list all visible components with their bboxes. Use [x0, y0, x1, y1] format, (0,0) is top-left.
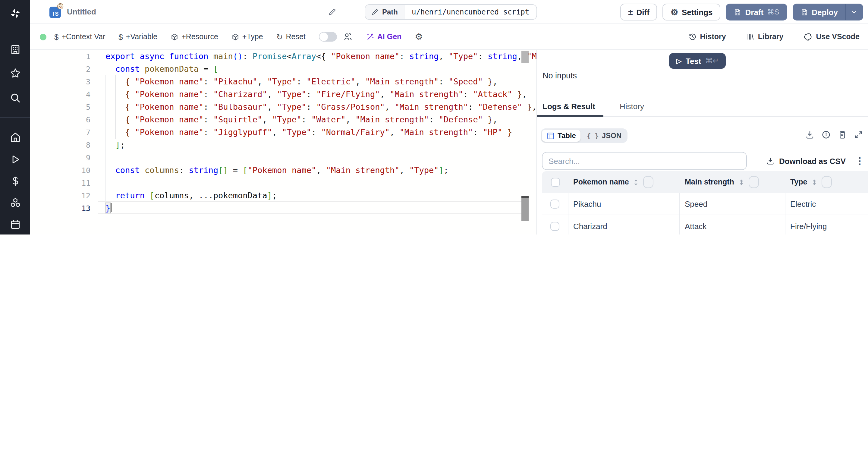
- code-line-1[interactable]: 1export async function main(): Promise<A…: [30, 50, 536, 63]
- sidebar-item-home[interactable]: [8, 130, 22, 144]
- download-as-csv-button[interactable]: Download as CSV: [767, 156, 846, 165]
- sidebar-item-resources[interactable]: [8, 195, 22, 210]
- add-resource-button[interactable]: +Resource: [170, 33, 218, 41]
- topbar: TS Untitled Path u/henri/unencum: [30, 0, 868, 24]
- copy-to-clipboard-icon[interactable]: [838, 130, 847, 139]
- code-editor[interactable]: 1export async function main(): Promise<A…: [30, 50, 536, 234]
- favorites-icon: [9, 67, 21, 79]
- expand-fullscreen-icon[interactable]: [854, 130, 863, 139]
- package-icon: [231, 33, 239, 41]
- use-vscode-button[interactable]: Use VScode: [804, 32, 860, 41]
- row-checkbox[interactable]: [550, 199, 559, 208]
- sidebar-item-windmill-logo[interactable]: [8, 6, 22, 21]
- test-button[interactable]: ▷ Test ⌘↵: [669, 53, 726, 69]
- code-line-3[interactable]: 3 { "Pokemon name": "Pikachu", "Type": "…: [30, 75, 536, 88]
- code-line-8[interactable]: 8 ];: [30, 139, 536, 151]
- sidebar-item-schedules[interactable]: [8, 217, 22, 231]
- page-title: Untitled: [67, 7, 96, 16]
- code-line-4[interactable]: 4 { "Pokemon name": "Charizard", "Type":…: [30, 88, 536, 101]
- code-text: { "Pokemon name": "Squirtle", "Type": "W…: [105, 113, 498, 126]
- reset-button[interactable]: ↻ Reset: [276, 32, 306, 41]
- variables-icon: [9, 175, 21, 187]
- table-row[interactable]: CharizardAttackFire/Flying: [542, 215, 868, 234]
- ai-gen-button[interactable]: AI Gen: [366, 33, 402, 41]
- windmill-logo-icon: [9, 7, 21, 19]
- code-line-2[interactable]: 2 const pokemonData = [: [30, 63, 536, 75]
- view-table-chip[interactable]: Table: [542, 130, 581, 142]
- column-label: Type: [790, 178, 807, 186]
- line-number: 9: [30, 151, 90, 164]
- cell-main-strength: Speed: [680, 193, 785, 215]
- row-checkbox[interactable]: [550, 222, 559, 230]
- code-line-5[interactable]: 5 { "Pokemon name": "Bulbasaur", "Type":…: [30, 101, 536, 113]
- code-line-12[interactable]: 12 return [columns, ...pokemonData];: [30, 189, 536, 202]
- line-number: 2: [30, 63, 90, 75]
- reset-icon: ↻: [276, 32, 283, 41]
- resources-icon: [9, 197, 21, 208]
- column-filter-pill[interactable]: [822, 176, 832, 188]
- column-header-pokemon-name[interactable]: Pokemon name: [568, 176, 680, 188]
- code-text: { "Pokemon name": "Bulbasaur", "Type": "…: [105, 101, 536, 113]
- sidebar-item-variables[interactable]: [8, 174, 22, 188]
- add-context-var-button[interactable]: $ +Context Var: [54, 32, 105, 41]
- column-filter-pill[interactable]: [749, 176, 759, 188]
- sort-icon[interactable]: [632, 178, 640, 186]
- table-options-kebab-icon[interactable]: ⋮: [855, 156, 864, 166]
- view-json-chip[interactable]: { } JSON: [582, 130, 626, 142]
- column-header-main-strength[interactable]: Main strength: [680, 176, 785, 188]
- chevron-down-icon[interactable]: [850, 8, 858, 16]
- library-button[interactable]: Library: [747, 33, 784, 41]
- gear-icon: ⚙: [671, 7, 678, 17]
- deploy-button[interactable]: Deploy: [792, 4, 863, 21]
- path-label: Path: [365, 5, 404, 19]
- multiplayer-toggle[interactable]: [319, 32, 337, 41]
- settings-button[interactable]: ⚙ Settings: [663, 4, 721, 21]
- draft-shortcut: ⌘S: [767, 8, 779, 16]
- sidebar-item-workspace[interactable]: [8, 42, 22, 57]
- code-text: const columns: string[] = ["Pokemon name…: [105, 164, 448, 177]
- edit-title-pencil-icon[interactable]: [328, 8, 336, 16]
- line-number: 13: [30, 202, 90, 215]
- path-field[interactable]: Path u/henri/unencumbered_script: [365, 4, 537, 20]
- table-row[interactable]: PikachuSpeedElectric: [542, 193, 868, 215]
- code-line-11[interactable]: 11: [30, 177, 536, 189]
- sort-icon[interactable]: [811, 178, 818, 186]
- tab-logs-and-result[interactable]: Logs & Result: [542, 102, 595, 111]
- history-button[interactable]: History: [689, 33, 726, 41]
- editor-vertical-scrollbar-thumb[interactable]: [521, 51, 529, 63]
- diff-button[interactable]: ± Diff: [620, 4, 657, 21]
- editor-settings-gear-icon[interactable]: ⚙: [415, 31, 423, 42]
- code-text: ];: [105, 139, 125, 151]
- deploy-split-divider: [845, 4, 846, 20]
- column-header-type[interactable]: Type: [785, 176, 868, 188]
- code-line-13[interactable]: 13}: [30, 202, 536, 215]
- search-input[interactable]: [542, 152, 747, 170]
- indent-guide: [105, 139, 106, 151]
- tab-history[interactable]: History: [620, 102, 644, 111]
- info-icon[interactable]: [822, 130, 831, 139]
- line-number: 5: [30, 101, 90, 113]
- column-filter-pill[interactable]: [644, 176, 654, 188]
- indent-guide: [116, 113, 116, 126]
- select-all-checkbox[interactable]: [551, 178, 560, 187]
- code-text: return [columns, ...pokemonData];: [105, 189, 277, 202]
- code-line-10[interactable]: 10 const columns: string[] = ["Pokemon n…: [30, 164, 536, 177]
- indent-guide: [116, 101, 116, 113]
- code-line-9[interactable]: 9: [30, 151, 536, 164]
- sidebar-item-runs[interactable]: [8, 152, 22, 166]
- code-line-6[interactable]: 6 { "Pokemon name": "Squirtle", "Type": …: [30, 113, 536, 126]
- users-icon: [343, 32, 352, 41]
- cell-main-strength: Attack: [680, 215, 785, 234]
- indent-guide: [105, 101, 106, 113]
- code-line-7[interactable]: 7 { "Pokemon name": "Jigglypuff", "Type"…: [30, 126, 536, 139]
- path-value[interactable]: u/henri/unencumbered_script: [404, 5, 536, 19]
- dollar-icon: $: [119, 32, 123, 41]
- draft-button[interactable]: Draft ⌘S: [726, 4, 787, 21]
- add-variable-button[interactable]: $ +Variable: [119, 32, 157, 41]
- line-number: 8: [30, 139, 90, 151]
- sort-icon[interactable]: [738, 178, 745, 186]
- sidebar-item-search[interactable]: [8, 90, 22, 105]
- sidebar-item-favorites[interactable]: [8, 66, 22, 80]
- add-type-button[interactable]: +Type: [231, 33, 263, 41]
- download-result-icon[interactable]: [805, 130, 814, 139]
